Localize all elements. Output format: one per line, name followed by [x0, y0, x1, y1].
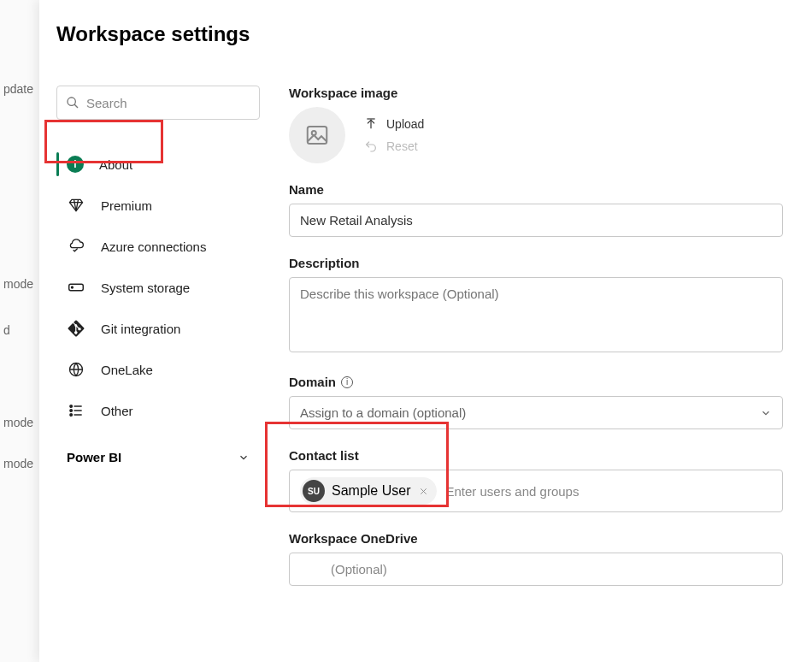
svg-point-9 [70, 414, 73, 417]
svg-rect-11 [308, 127, 327, 144]
name-block: Name [289, 182, 783, 237]
description-block: Description [289, 256, 783, 356]
svg-point-7 [70, 410, 73, 412]
left-column: i About Premium Azure connections [56, 86, 260, 605]
nav-label: Premium [101, 198, 152, 213]
nav-item-onelake[interactable]: OneLake [56, 349, 260, 390]
nav-item-storage[interactable]: System storage [56, 267, 260, 308]
nav-section-powerbi[interactable]: Power BI [56, 431, 260, 464]
nav-label: System storage [101, 281, 190, 295]
contact-list-block: Contact list SU Sample User [289, 448, 783, 512]
upload-button[interactable]: Upload [364, 117, 424, 131]
nav-item-azure[interactable]: Azure connections [56, 226, 260, 267]
nav-label: Other [101, 404, 133, 418]
onelake-icon [67, 360, 85, 379]
nav-item-git[interactable]: Git integration [56, 308, 260, 349]
upload-icon [364, 117, 378, 131]
name-label: Name [289, 182, 783, 197]
chevron-down-icon [760, 407, 772, 419]
contact-chip: SU Sample User [300, 477, 437, 505]
search-field[interactable] [79, 96, 250, 110]
nav-item-other[interactable]: Other [56, 390, 260, 431]
domain-placeholder: Assign to a domain (optional) [300, 405, 466, 420]
settings-panel: Workspace settings i About Premium [39, 0, 812, 662]
reset-button: Reset [364, 139, 424, 153]
svg-point-5 [70, 405, 73, 408]
svg-point-0 [68, 98, 75, 105]
bg-item: pdate [0, 68, 39, 109]
search-input[interactable] [56, 86, 260, 120]
cloud-icon [67, 237, 85, 256]
bg-item: mode [0, 443, 39, 484]
contact-input[interactable] [445, 484, 772, 499]
search-icon [66, 96, 79, 109]
nav-item-premium[interactable]: Premium [56, 185, 260, 226]
background-column: pdate mode d mode mode [0, 0, 39, 662]
onedrive-block: Workspace OneDrive [289, 531, 783, 586]
undo-icon [364, 139, 378, 153]
diamond-icon [67, 196, 85, 215]
onedrive-input[interactable] [289, 553, 783, 586]
description-input[interactable] [289, 277, 783, 352]
avatar: SU [303, 480, 325, 502]
chip-name: Sample User [332, 483, 410, 499]
nav-label: Git integration [101, 322, 180, 336]
nav-label: OneLake [101, 363, 153, 377]
chevron-down-icon [238, 452, 250, 464]
domain-select[interactable]: Assign to a domain (optional) [289, 396, 783, 429]
bg-item: d [0, 310, 39, 351]
onedrive-label: Workspace OneDrive [289, 531, 783, 546]
info-icon: i [67, 156, 84, 173]
other-icon [67, 401, 85, 420]
contact-list-input[interactable]: SU Sample User [289, 470, 783, 512]
page-title: Workspace settings [39, 0, 812, 46]
reset-label: Reset [386, 139, 418, 153]
image-placeholder [289, 107, 345, 163]
nav-label: Azure connections [101, 239, 206, 254]
upload-label: Upload [386, 117, 424, 131]
svg-line-1 [74, 104, 78, 108]
svg-point-3 [72, 287, 74, 288]
nav-label: About [99, 157, 132, 172]
name-input[interactable] [289, 204, 783, 237]
section-label: Power BI [67, 450, 121, 464]
remove-chip-icon[interactable] [417, 487, 430, 496]
info-icon: i [341, 376, 353, 388]
workspace-image-block: Workspace image Upload Reset [289, 86, 783, 163]
description-label: Description [289, 256, 783, 270]
nav-item-about[interactable]: i About [56, 144, 260, 185]
git-icon [67, 319, 85, 338]
domain-label: Domain i [289, 375, 783, 389]
domain-block: Domain i Assign to a domain (optional) [289, 375, 783, 429]
workspace-image-label: Workspace image [289, 86, 783, 100]
settings-nav: i About Premium Azure connections [56, 144, 260, 464]
contact-list-label: Contact list [289, 448, 783, 463]
storage-icon [67, 278, 85, 297]
bg-item: mode [0, 402, 39, 443]
right-column: Workspace image Upload Reset [289, 86, 783, 605]
bg-item: mode [0, 263, 39, 304]
